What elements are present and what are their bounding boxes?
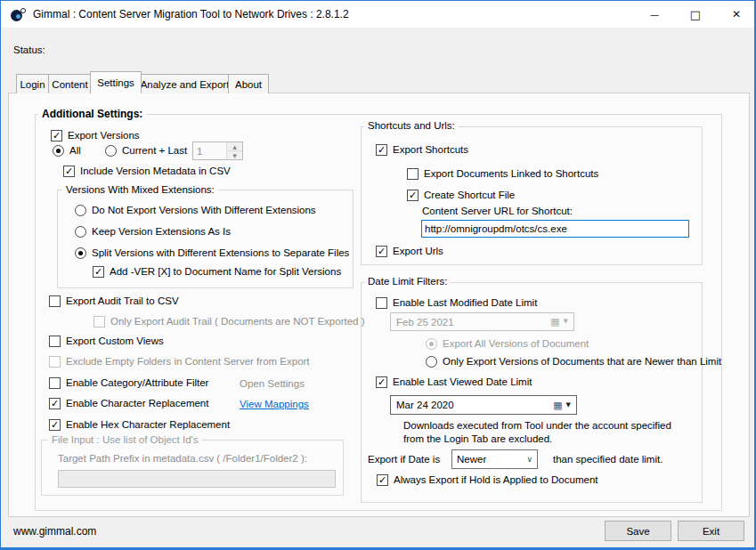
exit-button[interactable]: Exit	[678, 521, 744, 541]
date-picker-dropdown[interactable]: ▦ ▼	[553, 400, 571, 410]
checkmark-icon: ✓	[378, 377, 386, 387]
checkmark-icon: ✓	[65, 166, 73, 176]
export-audit-trail-checkbox[interactable]: Export Audit Trail to CSV	[49, 295, 179, 307]
checkbox-label: Export Urls	[393, 246, 443, 256]
date-value: Mar 24 2020	[396, 400, 454, 410]
checkmark-icon: ✓	[378, 247, 386, 256]
close-button[interactable]: ✕	[716, 1, 756, 28]
checkbox-box: ✓	[51, 130, 62, 142]
checkbox-box	[49, 295, 61, 307]
enable-category-filter-checkbox[interactable]: Enable Category/Attribute Filter	[49, 377, 208, 389]
radio-label: Export All Versions of Document	[443, 338, 589, 349]
export-if-date-combobox[interactable]: Newer ∨	[451, 449, 538, 469]
exclude-empty-folders-checkbox: Exclude Empty Folders in Content Server …	[49, 356, 310, 368]
tab-about[interactable]: About	[228, 74, 269, 93]
enable-last-modified-checkbox[interactable]: Enable Last Modified Date Limit	[376, 297, 537, 309]
tab-analyze-and-export[interactable]: Analyze and Export	[141, 74, 229, 93]
checkbox-box: ✓	[376, 144, 387, 156]
checkbox-label: Enable Character Replacement	[66, 398, 208, 408]
maximize-button[interactable]: □	[675, 1, 716, 28]
checkbox-box: ✓	[63, 166, 75, 177]
radio-split-versions[interactable]: Split Versions with Different Extensions…	[75, 247, 349, 259]
radio-only-newer-versions[interactable]: Only Export Versions of Documents that a…	[426, 356, 721, 368]
export-documents-linked-checkbox[interactable]: Export Documents Linked to Shortcuts	[407, 168, 598, 180]
versions-current-last-radio[interactable]: Current + Last	[105, 145, 187, 157]
checkbox-label: Export Documents Linked to Shortcuts	[424, 168, 598, 179]
target-path-input	[58, 470, 336, 488]
checkbox-label: Export Audit Trail to CSV	[66, 295, 179, 306]
spinner-value: 1	[193, 142, 226, 159]
enable-last-viewed-checkbox[interactable]: ✓ Enable Last Viewed Date Limit	[376, 376, 532, 388]
content-server-url-label: Content Server URL for Shortcut:	[422, 206, 573, 216]
add-ver-checkbox[interactable]: ✓ Add -VER [X] to Document Name for Spli…	[93, 266, 341, 278]
content-server-url-input[interactable]	[421, 220, 689, 238]
date-picker-dropdown: ▦ ▼	[550, 317, 568, 327]
enable-character-replacement-checkbox[interactable]: ✓ Enable Character Replacement	[49, 398, 208, 409]
tab-content[interactable]: Content	[48, 74, 92, 93]
export-urls-checkbox[interactable]: ✓ Export Urls	[376, 246, 443, 257]
window-title: Gimmal : Content Server Migration Tool t…	[33, 8, 349, 20]
checkbox-box	[407, 168, 419, 180]
tab-login[interactable]: Login	[16, 74, 49, 93]
save-button[interactable]: Save	[605, 521, 671, 541]
checkbox-label: Add -VER [X] to Document Name for Split …	[110, 266, 341, 277]
spinner-buttons: ▲ ▼	[226, 142, 242, 159]
checkbox-label: Exclude Empty Folders in Content Server …	[66, 356, 310, 367]
checkbox-box	[93, 316, 105, 328]
close-icon: ✕	[732, 8, 741, 20]
checkbox-label: Export Custom Views	[66, 336, 164, 346]
combo-value: Newer	[457, 454, 486, 465]
always-export-hold-checkbox[interactable]: ✓ Always Export if Hold is Applied to Do…	[377, 474, 597, 486]
minimize-button[interactable]: —	[634, 1, 675, 28]
enable-hex-character-replacement-checkbox[interactable]: ✓ Enable Hex Character Replacement	[49, 419, 230, 431]
radio-label: Split Versions with Different Extensions…	[92, 247, 349, 258]
radio-circle	[75, 247, 86, 259]
versions-all-radio[interactable]: All	[53, 145, 81, 157]
radio-label: Do Not Export Versions With Different Ex…	[92, 205, 316, 215]
export-custom-views-checkbox[interactable]: Export Custom Views	[49, 336, 164, 347]
checkbox-label: Always Export if Hold is Applied to Docu…	[394, 474, 597, 485]
app-window: Gimmal : Content Server Migration Tool t…	[0, 0, 756, 550]
checkbox-box: ✓	[376, 246, 387, 257]
radio-label: Current + Last	[122, 145, 187, 156]
export-if-date-label: Export if Date is	[368, 454, 440, 465]
status-label: Status:	[13, 44, 45, 55]
view-mappings-link[interactable]: View Mappings	[240, 399, 309, 409]
checkbox-label: Export Versions	[68, 130, 140, 141]
calendar-icon: ▦	[553, 400, 562, 410]
radio-label: Only Export Versions of Documents that a…	[443, 356, 721, 367]
maximize-icon: □	[690, 8, 701, 21]
checkbox-label: Enable Last Viewed Date Limit	[393, 376, 532, 387]
radio-label: Keep Version Extensions As Is	[92, 226, 231, 237]
checkbox-box	[49, 356, 61, 368]
dropdown-arrow-icon: ▼	[566, 402, 571, 408]
current-last-count-spinner: 1 ▲ ▼	[192, 142, 243, 160]
radio-do-not-export-versions[interactable]: Do Not Export Versions With Different Ex…	[75, 205, 316, 216]
mixed-extensions-title: Versions With Mixed Extensions:	[62, 184, 218, 195]
tab-settings[interactable]: Settings	[90, 71, 142, 93]
checkmark-icon: ✓	[94, 267, 102, 277]
app-logo-icon	[11, 7, 26, 22]
include-version-metadata-checkbox[interactable]: ✓ Include Version Metadata in CSV	[63, 166, 231, 177]
shortcuts-title: Shortcuts and Urls:	[364, 120, 459, 131]
radio-keep-extensions-as-is[interactable]: Keep Version Extensions As Is	[75, 226, 231, 238]
checkbox-label: Only Export Audit Trail ( Documents are …	[110, 316, 364, 327]
export-shortcuts-checkbox[interactable]: ✓ Export Shortcuts	[376, 144, 468, 156]
spin-up-icon: ▲	[227, 142, 242, 151]
date-limit-suffix-label: than specified date limit.	[553, 454, 663, 465]
radio-circle	[105, 145, 117, 157]
create-shortcut-file-checkbox[interactable]: ✓ Create Shortcut File	[407, 190, 515, 201]
radio-export-all-versions: Export All Versions of Document	[426, 338, 589, 350]
last-viewed-date-picker[interactable]: Mar 24 2020 ▦ ▼	[390, 395, 577, 415]
checkbox-box: ✓	[49, 398, 61, 409]
checkmark-icon: ✓	[51, 399, 59, 408]
radio-circle	[426, 356, 437, 368]
checkmark-icon: ✓	[51, 420, 59, 430]
checkbox-box	[49, 377, 61, 389]
minimize-icon: —	[650, 10, 659, 20]
export-versions-checkbox[interactable]: ✓ Export Versions	[51, 130, 140, 142]
calendar-icon: ▦	[550, 317, 559, 327]
target-path-label: Target Path Prefix in metadata.csv ( /Fo…	[58, 453, 307, 464]
checkbox-box: ✓	[407, 190, 419, 201]
title-bar: Gimmal : Content Server Migration Tool t…	[1, 1, 754, 28]
